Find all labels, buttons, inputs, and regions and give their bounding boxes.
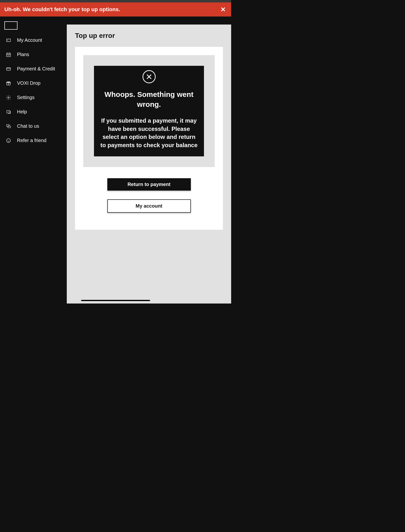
help-icon: ? [6,109,11,115]
action-buttons: Return to payment My account [83,178,215,213]
device-status-bar [0,0,231,2]
sidebar-item-label: Help [17,109,27,115]
svg-rect-0 [7,39,11,42]
credit-card-icon [6,66,11,72]
close-icon[interactable]: ✕ [219,6,227,13]
error-card: Whoops. Something went wrong. If you sub… [75,47,223,230]
error-heading: Whoops. Something went wrong. [99,90,199,109]
sidebar-item-label: Refer a friend [17,138,46,143]
smile-icon [6,138,11,143]
sidebar-item-label: Payment & Credit [17,66,55,72]
my-account-button[interactable]: My account [107,199,191,213]
brand-logo[interactable] [4,21,17,30]
error-panel-outer: Whoops. Something went wrong. If you sub… [83,55,215,167]
return-to-payment-button[interactable]: Return to payment [107,178,191,191]
svg-text:?: ? [8,110,9,113]
sidebar-item-help[interactable]: ? Help [0,105,67,119]
svg-point-14 [8,97,9,98]
gift-icon [6,81,11,86]
sidebar-item-plans[interactable]: Plans [0,47,67,62]
alert-banner: Uh-oh. We couldn't fetch your top up opt… [0,2,231,17]
alert-message: Uh-oh. We couldn't fetch your top up opt… [4,6,120,13]
sidebar-item-label: My Account [17,37,42,43]
sidebar-item-payment-credit[interactable]: Payment & Credit [0,62,67,76]
svg-point-8 [9,55,9,55]
calendar-icon [6,52,11,57]
svg-point-6 [8,55,8,55]
sidebar-item-chat[interactable]: Chat to us [0,119,67,133]
sidebar-item-label: Plans [17,52,29,57]
svg-point-7 [8,55,8,55]
error-x-icon [143,70,156,83]
chat-icon [6,124,11,129]
error-body: If you submitted a payment, it may have … [99,117,199,149]
home-indicator[interactable] [81,300,150,301]
sidebar-item-label: VOXI Drop [17,80,41,86]
sidebar-item-label: Chat to us [17,123,39,129]
svg-marker-1 [7,40,8,41]
svg-rect-9 [7,68,11,70]
main-content: Top up error Whoops. Something went wron… [67,25,231,304]
error-panel-inner: Whoops. Something went wrong. If you sub… [94,66,204,156]
gear-icon [6,95,11,100]
sidebar-item-settings[interactable]: Settings [0,90,67,105]
account-icon [6,38,11,43]
sidebar-item-my-account[interactable]: My Account [0,33,67,47]
sidebar-item-refer-friend[interactable]: Refer a friend [0,133,67,148]
sidebar: My Account Plans Payment & Credit VOXI D… [0,17,67,304]
svg-point-19 [7,138,11,143]
svg-point-20 [8,140,8,140]
page-title: Top up error [75,32,223,40]
sidebar-item-label: Settings [17,95,34,100]
sidebar-item-voxi-drop[interactable]: VOXI Drop [0,76,67,90]
svg-point-21 [9,140,9,140]
